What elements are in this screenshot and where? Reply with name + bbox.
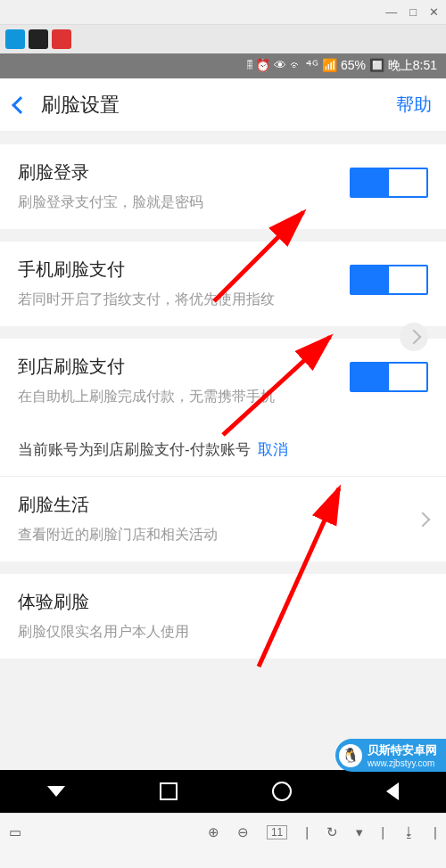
nav-recent-icon[interactable] xyxy=(160,782,178,800)
row-try-face[interactable]: 体验刷脸 刷脸仅限实名用户本人使用 xyxy=(0,574,446,659)
nav-home-icon[interactable] xyxy=(272,782,292,801)
chevron-right-icon[interactable] xyxy=(400,323,428,351)
row-store-facepay[interactable]: 到店刷脸支付 在自助机上刷脸完成付款，无需携带手机 xyxy=(0,339,446,423)
back-icon[interactable] xyxy=(12,96,29,114)
close-icon[interactable]: ✕ xyxy=(429,5,439,19)
row-title: 手机刷脸支付 xyxy=(18,258,339,282)
row-title: 刷脸生活 xyxy=(18,493,407,517)
status-right: 𝄝 ⏰ 👁 ᯤ ⁴ᴳ 📶 65% 🔲 晚上8:51 xyxy=(247,58,437,74)
device-icon[interactable]: ▭ xyxy=(9,824,21,840)
row-title: 体验刷脸 xyxy=(18,590,417,614)
cancel-link[interactable]: 取消 xyxy=(258,441,288,458)
row-face-login[interactable]: 刷脸登录 刷脸登录支付宝，脸就是密码 xyxy=(0,144,446,229)
nav-collapse-icon[interactable] xyxy=(47,786,65,797)
chevron-right-icon xyxy=(416,512,431,527)
row-subtitle: 刷脸登录支付宝，脸就是密码 xyxy=(18,192,339,213)
toggle-phone-facepay[interactable] xyxy=(350,265,428,295)
watermark: 🐧 贝斯特安卓网 www.zjbstyy.com xyxy=(335,739,446,772)
appbar: 刷脸设置 帮助 xyxy=(0,78,446,132)
more-icon[interactable]: ▾ xyxy=(356,824,363,840)
watermark-url: www.zjbstyy.com xyxy=(368,758,437,768)
divider: | xyxy=(434,824,437,839)
system-tray xyxy=(0,25,446,53)
row-subtitle: 查看附近的刷脸门店和相关活动 xyxy=(18,524,407,545)
row-title: 到店刷脸支付 xyxy=(18,355,339,379)
row-face-life[interactable]: 刷脸生活 查看附近的刷脸门店和相关活动 xyxy=(0,476,446,561)
row-phone-facepay[interactable]: 手机刷脸支付 若同时开启了指纹支付，将优先使用指纹 xyxy=(0,242,446,326)
row-subtitle: 若同时开启了指纹支付，将优先使用指纹 xyxy=(18,289,339,310)
tray-app-icon[interactable] xyxy=(29,29,48,49)
zoom-in-icon[interactable]: ⊕ xyxy=(208,824,219,840)
window-controls: — □ ✕ xyxy=(0,0,446,25)
watermark-logo-icon: 🐧 xyxy=(339,744,362,767)
row-subtitle: 刷脸仅限实名用户本人使用 xyxy=(18,621,417,643)
emulator-toolbar: ▭ ⊕ ⊖ 11 | ↻ ▾ | ⭳ | xyxy=(0,813,446,850)
minimize-icon[interactable]: — xyxy=(385,5,397,19)
maximize-icon[interactable]: □ xyxy=(409,5,417,19)
page-title: 刷脸设置 xyxy=(41,92,120,119)
tray-app-icon[interactable] xyxy=(5,29,25,49)
row-account-info: 当前账号为到店刷脸支付-付款账号 取消 xyxy=(0,423,446,476)
row-title: 刷脸登录 xyxy=(18,160,339,184)
row-subtitle: 在自助机上刷脸完成付款，无需携带手机 xyxy=(18,386,339,407)
tray-app-icon[interactable] xyxy=(52,29,71,49)
divider: | xyxy=(305,824,309,839)
download-icon[interactable]: ⭳ xyxy=(402,824,416,839)
toggle-face-login[interactable] xyxy=(350,168,428,198)
phone-statusbar: 𝄝 ⏰ 👁 ᯤ ⁴ᴳ 📶 65% 🔲 晚上8:51 xyxy=(0,53,446,78)
divider: | xyxy=(381,824,384,839)
zoom-out-icon[interactable]: ⊖ xyxy=(237,824,249,840)
content: 刷脸登录 刷脸登录支付宝，脸就是密码 手机刷脸支付 若同时开启了指纹支付，将优先… xyxy=(0,132,446,770)
nav-back-icon[interactable] xyxy=(386,782,399,800)
refresh-icon[interactable]: ↻ xyxy=(326,824,338,840)
android-navbar xyxy=(0,770,446,813)
toolbar-footer xyxy=(0,850,446,868)
help-link[interactable]: 帮助 xyxy=(396,93,432,117)
zoom-level: 11 xyxy=(267,825,287,839)
watermark-brand: 贝斯特安卓网 xyxy=(368,742,437,758)
toggle-store-facepay[interactable] xyxy=(350,362,428,392)
